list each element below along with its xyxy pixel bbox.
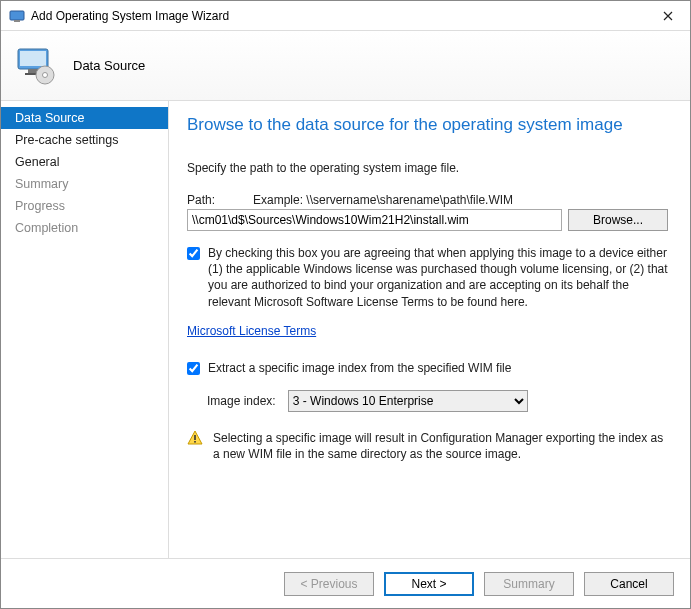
summary-button: Summary — [484, 572, 574, 596]
instruction-text: Specify the path to the operating system… — [187, 161, 668, 175]
warning-icon — [187, 430, 203, 446]
license-checkbox-text: By checking this box you are agreeing th… — [208, 245, 668, 310]
titlebar: Add Operating System Image Wizard — [1, 1, 690, 31]
license-terms-link[interactable]: Microsoft License Terms — [187, 324, 316, 338]
wizard-sidebar: Data Source Pre-cache settings General S… — [1, 101, 169, 558]
next-button[interactable]: Next > — [384, 572, 474, 596]
path-input[interactable] — [187, 209, 562, 231]
path-label: Path: — [187, 193, 253, 207]
svg-rect-8 — [194, 435, 196, 440]
close-button[interactable] — [645, 1, 690, 31]
svg-rect-0 — [10, 11, 24, 20]
warning-text: Selecting a specific image will result i… — [213, 430, 668, 462]
svg-rect-3 — [20, 51, 46, 66]
wizard-header: Data Source — [1, 31, 690, 101]
extract-index-checkbox[interactable] — [187, 362, 200, 375]
sidebar-item-progress: Progress — [1, 195, 168, 217]
sidebar-item-completion: Completion — [1, 217, 168, 239]
sidebar-item-summary: Summary — [1, 173, 168, 195]
image-index-select[interactable]: 3 - Windows 10 Enterprise — [288, 390, 528, 412]
extract-index-text: Extract a specific image index from the … — [208, 360, 668, 376]
browse-button[interactable]: Browse... — [568, 209, 668, 231]
svg-rect-9 — [194, 441, 196, 443]
sidebar-item-pre-cache[interactable]: Pre-cache settings — [1, 129, 168, 151]
window-title: Add Operating System Image Wizard — [31, 9, 645, 23]
monitor-disc-icon — [15, 45, 57, 87]
page-heading: Browse to the data source for the operat… — [187, 115, 668, 135]
header-title: Data Source — [73, 58, 145, 73]
sidebar-item-data-source[interactable]: Data Source — [1, 107, 168, 129]
app-icon — [9, 8, 25, 24]
cancel-button[interactable]: Cancel — [584, 572, 674, 596]
image-index-label: Image index: — [207, 394, 276, 408]
svg-rect-1 — [14, 20, 20, 22]
path-example: Example: \\servername\sharename\path\fil… — [253, 193, 513, 207]
sidebar-item-general[interactable]: General — [1, 151, 168, 173]
previous-button: < Previous — [284, 572, 374, 596]
wizard-footer: < Previous Next > Summary Cancel — [1, 558, 690, 608]
main-panel: Browse to the data source for the operat… — [169, 101, 690, 558]
license-checkbox[interactable] — [187, 247, 200, 260]
svg-point-7 — [43, 72, 48, 77]
